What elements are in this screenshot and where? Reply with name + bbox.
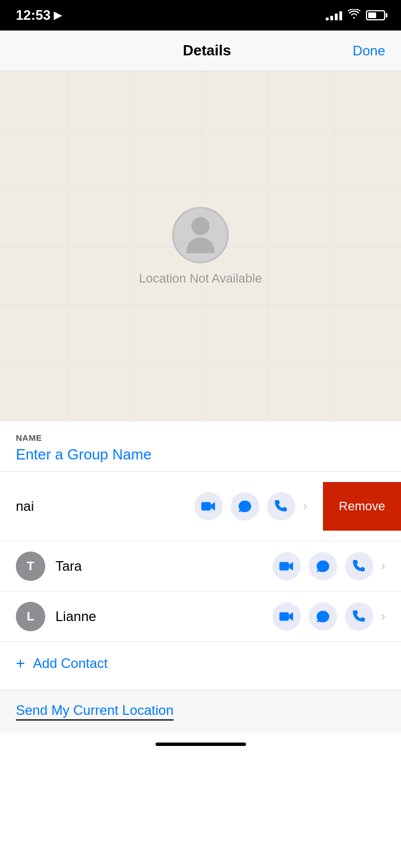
send-location-button[interactable]: Send My Current Location <box>16 702 174 718</box>
message-button[interactable] <box>309 602 337 631</box>
map-view: Location Not Available <box>0 71 401 422</box>
message-icon <box>316 559 330 574</box>
wifi-icon <box>348 9 360 22</box>
status-time: 12:53 ▶ <box>16 7 62 23</box>
status-icons <box>326 9 385 22</box>
bottom-area: Send My Current Location <box>0 689 401 733</box>
video-call-button[interactable] <box>273 552 301 580</box>
phone-icon <box>352 609 366 624</box>
video-icon <box>201 499 216 514</box>
name-section: NAME Enter a Group Name <box>0 422 401 472</box>
svg-rect-2 <box>279 613 289 621</box>
message-icon <box>238 499 252 514</box>
phone-button[interactable] <box>267 492 295 520</box>
home-indicator <box>0 733 401 756</box>
svg-rect-0 <box>201 502 211 511</box>
contacts-list: nai <box>0 472 401 685</box>
group-name-input[interactable]: Enter a Group Name <box>16 446 385 463</box>
video-call-button[interactable] <box>195 492 223 520</box>
phone-icon <box>274 499 288 514</box>
avatar <box>173 207 229 263</box>
signal-bars-icon <box>326 10 342 20</box>
done-button[interactable]: Done <box>353 43 385 59</box>
content-area: NAME Enter a Group Name nai <box>0 422 401 685</box>
contact-name: Tara <box>55 558 273 574</box>
add-contact-button[interactable]: + Add Contact <box>0 642 401 685</box>
remove-button[interactable]: Remove <box>323 482 401 531</box>
location-arrow-icon: ▶ <box>54 9 62 21</box>
person-icon <box>187 217 215 253</box>
page-title: Details <box>183 42 231 59</box>
avatar: T <box>16 552 45 581</box>
contact-actions: › <box>195 492 315 520</box>
contact-actions: › <box>273 602 393 631</box>
contact-name: nai <box>16 498 195 514</box>
chevron-right-icon: › <box>381 559 385 574</box>
add-contact-label: Add Contact <box>33 656 107 671</box>
contact-name: Lianne <box>55 609 273 624</box>
chevron-right-icon: › <box>303 499 307 514</box>
send-location-label: Send My Current Location <box>16 702 174 721</box>
contact-row-inner: T Tara <box>16 552 401 581</box>
message-button[interactable] <box>231 492 259 520</box>
status-bar: 12:53 ▶ <box>0 0 401 31</box>
video-icon <box>279 559 294 574</box>
nav-bar: Details Done <box>0 31 401 71</box>
chevron-right-icon: › <box>381 609 385 624</box>
name-label: NAME <box>16 433 385 442</box>
location-status-text: Location Not Available <box>139 271 262 286</box>
map-center-content: Location Not Available <box>139 207 262 286</box>
contact-row: T Tara <box>0 541 401 592</box>
contact-row: nai <box>0 472 401 541</box>
battery-icon <box>366 10 385 20</box>
avatar: L <box>16 602 45 631</box>
video-icon <box>279 609 294 624</box>
phone-button[interactable] <box>345 552 373 580</box>
video-call-button[interactable] <box>273 602 301 631</box>
plus-icon: + <box>16 654 25 672</box>
message-button[interactable] <box>309 552 337 580</box>
phone-button[interactable] <box>345 602 373 631</box>
contact-row: L Lianne <box>0 592 401 642</box>
svg-rect-1 <box>279 562 289 571</box>
home-bar <box>156 743 246 746</box>
phone-icon <box>352 559 366 574</box>
message-icon <box>316 609 330 624</box>
time-display: 12:53 <box>16 7 50 23</box>
swiped-contact-content: nai <box>0 492 323 520</box>
contact-row-inner: L Lianne <box>16 602 401 631</box>
contact-actions: › <box>273 552 393 580</box>
